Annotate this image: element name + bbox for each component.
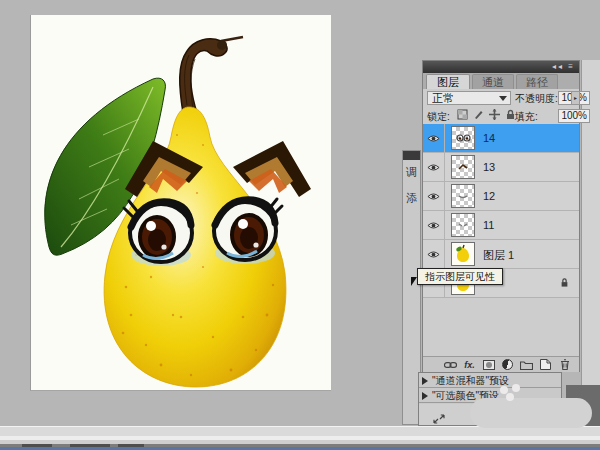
layer-group-icon[interactable] — [520, 359, 533, 371]
layer-mask-icon[interactable] — [482, 359, 495, 371]
layer-name[interactable]: 13 — [483, 161, 495, 173]
panel-header[interactable]: ◂◂ ≡ — [423, 61, 579, 73]
eye-icon — [427, 192, 440, 201]
new-layer-icon[interactable] — [539, 359, 552, 371]
background-lock-icon — [560, 277, 569, 288]
layers-panel: ◂◂ ≡ 图层 通道 路径 正常 不透明度: 100% ▸ 锁定: 填充: — [422, 60, 580, 372]
lock-row: 锁定: 填充: 100% — [423, 107, 579, 125]
eye-icon — [427, 163, 440, 172]
fill-value: 100% — [561, 110, 587, 121]
layer-style-icon[interactable]: fx. — [463, 359, 476, 371]
layer-name[interactable]: 11 — [483, 219, 494, 231]
layer-visibility-toggle[interactable] — [423, 211, 445, 239]
layer-visibility-toggle[interactable] — [423, 124, 445, 152]
tab-paths[interactable]: 路径 — [516, 74, 558, 89]
link-layers-icon[interactable] — [444, 359, 457, 371]
layer-row-12[interactable]: 12 — [423, 182, 579, 211]
disclosure-triangle-icon[interactable] — [422, 392, 428, 400]
layer-list-empty-space — [423, 298, 579, 356]
layer-visibility-toggle[interactable] — [423, 182, 445, 210]
eye-icon — [427, 250, 440, 259]
layer-name[interactable]: 图层 1 — [483, 248, 514, 263]
highlight-blob — [470, 398, 592, 428]
lock-label: 锁定: — [427, 110, 450, 124]
lock-position-icon[interactable] — [489, 109, 500, 120]
layer-name[interactable]: 12 — [483, 190, 495, 202]
layer-thumbnail[interactable] — [451, 155, 475, 179]
lock-transparency-icon[interactable] — [457, 109, 468, 120]
eye-icon — [427, 221, 440, 230]
preset-label: "通道混和器"预设 — [432, 374, 509, 388]
layer-row-14[interactable]: 14 — [423, 124, 579, 153]
layer-visibility-toggle[interactable] — [423, 153, 445, 181]
layers-panel-buttons: fx. — [423, 356, 579, 372]
panel-tab-bar: 图层 通道 路径 — [423, 73, 579, 90]
tab-channels[interactable]: 通道 — [472, 74, 514, 89]
layer-visibility-toggle[interactable] — [423, 240, 445, 268]
layer-thumbnail[interactable] — [451, 213, 475, 237]
chevron-down-icon — [499, 96, 507, 101]
layer-row-11[interactable]: 11 — [423, 211, 579, 240]
layer-row-tuceng1[interactable]: 图层 1 — [423, 240, 579, 269]
blend-mode-select[interactable]: 正常 — [427, 91, 511, 105]
photoshop-workspace: 调 添 ◂◂ ≡ 图层 通道 路径 正常 不透明度: 100% ▸ 锁定: — [0, 0, 600, 450]
layer-thumbnail[interactable] — [451, 184, 475, 208]
tab-layers[interactable]: 图层 — [426, 74, 470, 89]
lock-pixels-icon[interactable] — [473, 109, 484, 120]
eye-icon — [427, 134, 440, 143]
document-canvas[interactable] — [30, 15, 331, 391]
dock-tab-add[interactable]: 添 — [403, 191, 420, 206]
blend-options-row: 正常 不透明度: 100% ▸ — [423, 89, 579, 107]
adjustment-layer-icon[interactable] — [501, 359, 514, 371]
layer-thumbnail[interactable] — [451, 242, 475, 266]
layer-name[interactable]: 14 — [483, 132, 495, 144]
preset-row-channel-mixer[interactable]: "通道混和器"预设 — [419, 373, 561, 388]
switch-panel-view-icon[interactable] — [433, 414, 445, 424]
pear-artwork — [31, 15, 331, 390]
layer-row-13[interactable]: 13 — [423, 153, 579, 182]
delete-layer-icon[interactable] — [558, 359, 571, 371]
opacity-spinner[interactable]: ▸ — [571, 91, 580, 105]
layer-thumbnail[interactable] — [451, 126, 475, 150]
tooltip: 指示图层可见性 — [417, 268, 503, 285]
dock-tab-adjust[interactable]: 调 — [403, 165, 420, 180]
stem — [180, 37, 243, 113]
highlight-dot — [512, 384, 520, 392]
right-eye — [214, 199, 282, 264]
blend-mode-value: 正常 — [432, 92, 454, 104]
fill-label: 填充: — [515, 110, 538, 124]
fill-input[interactable]: 100% — [558, 109, 590, 123]
panel-menu-icon[interactable]: ◂◂ ≡ — [552, 62, 575, 71]
right-eyebrow — [233, 141, 311, 197]
highlight-dot — [506, 393, 514, 401]
dock-header — [403, 151, 420, 160]
mouse-cursor — [411, 277, 417, 286]
disclosure-triangle-icon[interactable] — [422, 377, 428, 385]
opacity-label: 不透明度: — [515, 92, 558, 106]
